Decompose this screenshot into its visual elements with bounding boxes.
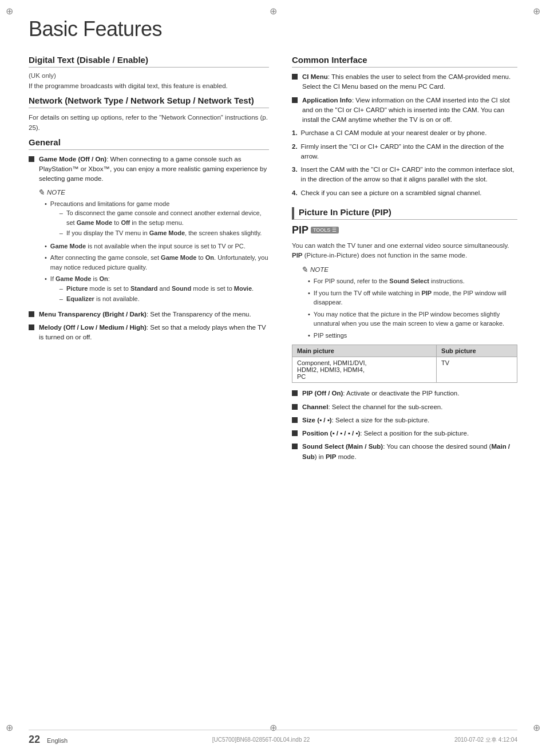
note-sub-4a: – Picture mode is set to Standard and So…: [60, 284, 254, 294]
network-body: For details on setting up options, refer…: [29, 113, 269, 133]
note-item-2: • Game Mode is not available when the in…: [45, 242, 269, 251]
bullet-app-text: Application Info: View information on th…: [302, 96, 517, 125]
bullet-square-pip-1: [292, 390, 298, 396]
pip-note-4: • PIP settings: [308, 331, 517, 341]
note-items-list: • Precautions and limitations for game m…: [45, 199, 269, 305]
bullet-ci-text: CI Menu: This enables the user to select…: [302, 72, 517, 92]
bullet-menu-transparency-text: Menu Transparency (Bright / Dark): Set t…: [39, 310, 269, 319]
page-number: 22: [29, 734, 40, 746]
numbered-item-4: 4. Check if you can see a picture on a s…: [292, 188, 517, 198]
pip-note-2: • If you turn the TV off while watching …: [308, 288, 517, 307]
numbered-item-2: 2. Firmly insert the "CI or CI+ CARD" in…: [292, 142, 517, 162]
pip-table-header-main: Main picture: [292, 345, 437, 357]
heading-common-interface: Common Interface: [292, 55, 517, 68]
footer-language: English: [47, 737, 68, 744]
note-label-pip: ✎ NOTE: [301, 265, 517, 274]
bullet-square-app: [292, 97, 298, 103]
digital-text-note: (UK only): [29, 72, 269, 79]
bullet-melody: Melody (Off / Low / Medium / High): Set …: [29, 323, 269, 343]
note-item-3: • After connecting the game console, set…: [45, 253, 269, 272]
bullet-pip-size-text: Size (▪ / ▪): Select a size for the sub-…: [302, 415, 517, 425]
left-column: Digital Text (Disable / Enable) (UK only…: [29, 55, 269, 465]
page-title: Basic Features: [29, 17, 517, 41]
pip-note-3: • You may notice that the picture in the…: [308, 310, 517, 328]
note-label-text: NOTE: [47, 189, 65, 196]
note-game-mode: ✎ NOTE • Precautions and limitations for…: [38, 188, 269, 305]
section-common-interface: Common Interface CI Menu: This enables t…: [292, 55, 517, 198]
note-pencil-icon: ✎: [38, 188, 45, 197]
digital-text-body: If the programme broadcasts with digital…: [29, 81, 269, 91]
note-pencil-icon-pip: ✎: [301, 265, 308, 274]
bullet-pip-onoff-text: PIP (Off / On): Activate or deactivate t…: [302, 389, 517, 398]
footer-file-info: [UC5700]BN68-02856T-00L04.indb 22: [212, 737, 310, 743]
corner-mark-bl: ⊕: [6, 722, 13, 733]
section-digital-text: Digital Text (Disable / Enable) (UK only…: [29, 55, 269, 91]
two-col-layout: Digital Text (Disable / Enable) (UK only…: [29, 55, 517, 465]
note-label-text-pip: NOTE: [310, 266, 329, 273]
tools-badge: TOOLS ☰: [311, 227, 339, 233]
numbered-item-3: 3. Insert the CAM with the "CI or CI+ CA…: [292, 165, 517, 185]
bullet-pip-channel: Channel: Select the channel for the sub-…: [292, 402, 517, 412]
pip-note-items: • For PIP sound, refer to the Sound Sele…: [308, 276, 517, 340]
bullet-square-ci: [292, 74, 298, 80]
bullet-square-pip-3: [292, 417, 298, 423]
bullet-square-pip-5: [292, 444, 298, 449]
bullet-pip-sound: Sound Select (Main / Sub): You can choos…: [292, 442, 517, 462]
pip-sub-picture: TV: [437, 357, 517, 383]
note-item-1: • Precautions and limitations for game m…: [45, 199, 269, 239]
section-pip: Picture In Picture (PIP) PIP TOOLS ☰ You…: [292, 207, 517, 462]
bullet-menu-transparency: Menu Transparency (Bright / Dark): Set t…: [29, 310, 269, 319]
page-wrapper: ⊕ ⊕ ⊕ Basic Features Digital Text (Disab…: [0, 0, 546, 756]
bullet-pip-position: Position (▪ / ▪ / ▪ / ▪): Select a posit…: [292, 429, 517, 438]
corner-mark-tr: ⊕: [533, 6, 540, 17]
footer-date: 2010-07-02 오후 4:12:04: [454, 736, 517, 744]
pip-main-picture: Component, HDMI1/DVI,HDMI2, HDMI3, HDMI4…: [292, 357, 437, 383]
footer-left: 22 English: [29, 734, 68, 746]
bullet-melody-text: Melody (Off / Low / Medium / High): Set …: [39, 323, 269, 343]
note-sub-items-4: – Picture mode is set to Standard and So…: [60, 284, 254, 304]
pip-title-row: PIP TOOLS ☰: [292, 224, 517, 236]
bullet-app-info: Application Info: View information on th…: [292, 96, 517, 125]
bullet-game-mode: Game Mode (Off / On): When connecting to…: [29, 155, 269, 184]
page-footer: 22 English [UC5700]BN68-02856T-00L04.ind…: [29, 730, 517, 746]
bullet-pip-channel-text: Channel: Select the channel for the sub-…: [302, 402, 517, 412]
center-mark-top: ⊕: [270, 6, 277, 17]
bullet-square-icon-2: [29, 311, 34, 317]
bullet-game-mode-text: Game Mode (Off / On): When connecting to…: [39, 155, 269, 184]
corner-mark-tl: ⊕: [6, 6, 13, 17]
bullet-square-pip-2: [292, 404, 298, 410]
note-sub-4b: – Equalizer is not available.: [60, 294, 254, 304]
bullet-pip-position-text: Position (▪ / ▪ / ▪ / ▪): Select a posit…: [302, 429, 517, 438]
right-column: Common Interface CI Menu: This enables t…: [292, 55, 517, 465]
pip-settings-table: Main picture Sub picture Component, HDMI…: [292, 345, 517, 383]
pip-title: PIP: [292, 224, 308, 236]
bullet-square-icon-3: [29, 324, 34, 330]
heading-digital-text: Digital Text (Disable / Enable): [29, 55, 269, 68]
pip-table-row-1: Component, HDMI1/DVI,HDMI2, HDMI3, HDMI4…: [292, 357, 517, 383]
note-sub-1b: – If you display the TV menu in Game Mod…: [60, 228, 269, 238]
note-sub-items-1: – To disconnect the game console and con…: [60, 208, 269, 238]
heading-network: Network (Network Type / Network Setup / …: [29, 96, 269, 108]
bullet-pip-size: Size (▪ / ▪): Select a size for the sub-…: [292, 415, 517, 425]
section-network: Network (Network Type / Network Setup / …: [29, 96, 269, 133]
corner-mark-br: ⊕: [533, 722, 540, 733]
heading-general: General: [29, 137, 269, 150]
numbered-item-1: 1. Purchase a CI CAM module at your near…: [292, 128, 517, 138]
bullet-square-pip-4: [292, 430, 298, 436]
bullet-square-icon: [29, 156, 34, 162]
pip-table-header-sub: Sub picture: [437, 345, 517, 357]
note-item-4: • If Game Mode is On: – Picture mode is …: [45, 274, 269, 305]
pip-intro-text: You can watch the TV tuner and one exter…: [292, 241, 517, 261]
note-sub-1a: – To disconnect the game console and con…: [60, 208, 269, 227]
bullet-ci-menu: CI Menu: This enables the user to select…: [292, 72, 517, 92]
note-label-gamemode: ✎ NOTE: [38, 188, 269, 197]
bullet-pip-onoff: PIP (Off / On): Activate or deactivate t…: [292, 389, 517, 398]
note-pip: ✎ NOTE • For PIP sound, refer to the Sou…: [301, 265, 517, 340]
bullet-pip-sound-text: Sound Select (Main / Sub): You can choos…: [302, 442, 517, 462]
section-general: General Game Mode (Off / On): When conne…: [29, 137, 269, 343]
pip-note-1: • For PIP sound, refer to the Sound Sele…: [308, 276, 517, 286]
heading-pip: Picture In Picture (PIP): [292, 207, 517, 220]
